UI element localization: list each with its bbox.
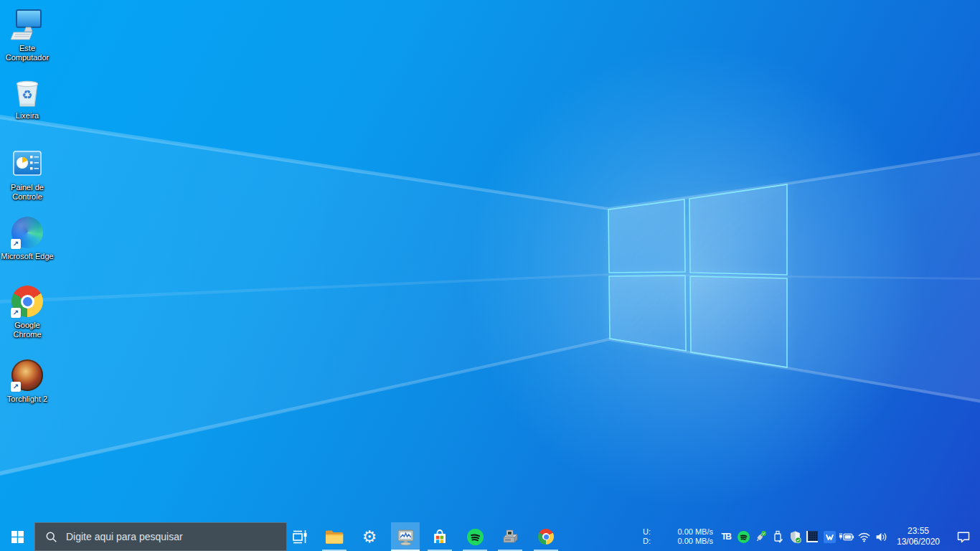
clock-time: 23:55 (892, 526, 944, 537)
control-panel-icon (10, 146, 44, 181)
tray-grid-app[interactable] (804, 522, 821, 551)
defender-shield-icon (788, 530, 802, 544)
desktop-icon-label: Torchlight 2 (0, 395, 55, 404)
search-box[interactable]: Digite aqui para pesquisar (34, 522, 287, 551)
desktop-icon-control-panel[interactable]: Painel de Controle (0, 146, 55, 202)
file-explorer-icon (325, 529, 344, 545)
clock[interactable]: 23:55 13/06/2020 (892, 526, 944, 547)
clock-date: 13/06/2020 (892, 537, 944, 547)
desktop-icon-label: Microsoft Edge (0, 252, 55, 261)
system-tray: U: 0.00 MB/s D: 0.00 MB/s TB (643, 522, 980, 551)
download-value: 0.00 MB/s (677, 537, 713, 546)
volume-icon (875, 531, 888, 543)
shortcut-arrow-icon: ↗ (11, 239, 21, 249)
tray-translucenttb[interactable]: TB (717, 522, 735, 551)
cheat-engine-icon (501, 528, 519, 545)
taskbar-spotify[interactable] (461, 522, 489, 551)
microsoft-edge-icon: ↗ (10, 215, 44, 250)
torchlight-2-icon: ↗ (10, 358, 44, 392)
google-chrome-icon: ↗ (10, 284, 44, 319)
tray-spotify[interactable] (735, 522, 752, 551)
desktop-icon-recycle-bin[interactable]: ♻ Lixeira (0, 75, 55, 121)
wifi-icon (857, 531, 871, 542)
settings-gear-icon: ⚙ (362, 529, 377, 545)
windows-logo (603, 178, 791, 372)
shortcut-arrow-icon: ↗ (11, 382, 21, 392)
windows-desktop: Este Computador ♻ Lixeira (0, 0, 980, 551)
action-center-button[interactable] (947, 522, 980, 551)
taskbar-microsoft-store[interactable] (425, 522, 454, 551)
action-center-icon (956, 530, 971, 544)
start-button[interactable] (0, 522, 34, 551)
desktop-icon-torchlight-2[interactable]: ↗ Torchlight 2 (0, 358, 55, 404)
desktop-icon-this-pc[interactable]: Este Computador (0, 7, 55, 62)
task-view-button[interactable] (286, 522, 314, 551)
taskbar-system-monitor[interactable] (391, 522, 420, 551)
svg-text:♻: ♻ (22, 88, 32, 102)
tray-windows-defender[interactable] (786, 522, 804, 551)
tray-battery[interactable] (838, 522, 855, 551)
windows-start-icon (11, 531, 24, 543)
desktop-icon-label: Lixeira (0, 111, 55, 121)
taskbar-file-explorer[interactable] (320, 522, 349, 551)
spotify-icon (467, 529, 484, 545)
spotify-icon (738, 531, 750, 543)
taskbar: Digite aqui para pesquisar ⚙ (0, 522, 980, 551)
microsoft-store-icon (431, 528, 448, 545)
net-speed-monitor[interactable]: U: 0.00 MB/s D: 0.00 MB/s (643, 527, 713, 546)
upload-value: 0.00 MB/s (677, 527, 713, 537)
translucenttb-icon: TB (722, 532, 731, 542)
recycle-bin-icon: ♻ (10, 75, 44, 109)
system-monitor-icon (397, 528, 415, 546)
usb-icon (771, 530, 784, 543)
taskbar-cheat-engine[interactable] (496, 522, 524, 551)
tray-plug-utility[interactable] (752, 522, 769, 551)
desktop-icon-microsoft-edge[interactable]: ↗ Microsoft Edge (0, 215, 55, 261)
google-chrome-icon (538, 529, 554, 545)
tray-wifi[interactable] (855, 522, 872, 551)
desktop-icon-label: Google Chrome (0, 321, 55, 339)
search-icon (45, 531, 57, 543)
tray-volume[interactable] (872, 522, 890, 551)
w-launcher-icon (824, 531, 836, 543)
this-pc-icon (10, 7, 44, 42)
grid-app-icon (806, 531, 818, 542)
task-view-icon (292, 529, 308, 545)
desktop-icon-label: Este Computador (0, 44, 55, 62)
desktop-icon-label: Painel de Controle (0, 183, 55, 202)
plug-icon (754, 530, 767, 543)
search-placeholder: Digite aqui para pesquisar (66, 531, 183, 542)
taskbar-google-chrome[interactable] (532, 522, 560, 551)
tray-w-launcher[interactable] (821, 522, 838, 551)
desktop-icon-google-chrome[interactable]: ↗ Google Chrome (0, 284, 55, 339)
battery-charging-icon (839, 531, 854, 542)
upload-label: U: (643, 527, 651, 537)
tray-safely-remove-hardware[interactable] (769, 522, 786, 551)
shortcut-arrow-icon: ↗ (11, 308, 21, 318)
download-label: D: (643, 537, 651, 546)
taskbar-settings[interactable]: ⚙ (355, 522, 384, 551)
